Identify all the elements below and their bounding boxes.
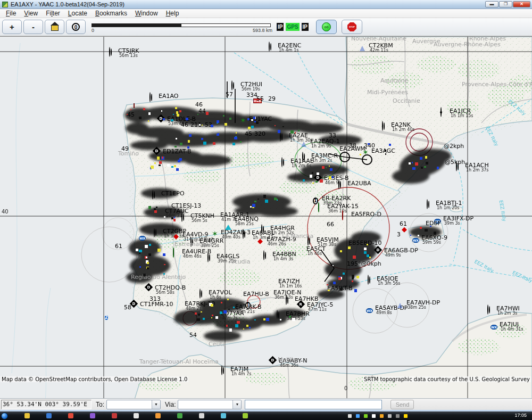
scale-bar[interactable] [92,23,271,27]
close-button[interactable]: ✕ [513,1,530,7]
menu-view[interactable]: View [20,10,41,17]
windows-taskbar[interactable]: 17:05 [0,411,532,420]
station-callsign: ED1ZAT-B [163,148,191,155]
station-symbol-speck [177,114,179,117]
station-symbol-speck [202,125,203,126]
station-symbol-icon [269,42,270,52]
tray-icon[interactable] [404,414,408,418]
tray-icon[interactable] [364,414,368,418]
to-combobox-value[interactable] [107,400,152,409]
tray-icon[interactable] [372,414,376,418]
maximize-button[interactable]: ❐ [499,1,512,7]
station-symbol-speck [266,318,269,321]
station-symbol-speck [211,304,213,307]
zoom-out-button[interactable]: - [23,20,43,34]
menu-bookmarks[interactable]: Bookmarks [92,10,131,17]
map-canvas[interactable]: CT5JRK56m 13sEA2ENC1h 4m 1sCT2KBM42m 11s… [0,36,532,398]
taskbar-app-icon[interactable] [68,413,73,418]
home-button[interactable] [45,20,64,34]
station-symbol-speck [228,309,230,310]
eez-boundary-label: EEZ Italy [507,98,527,116]
station-age: 1h 46s [307,251,322,256]
station-symbol-icon [109,47,110,57]
scale-min-label: 0 [92,28,94,33]
menu-help[interactable]: Help [162,10,183,17]
station-symbol-icon [440,108,442,117]
station-symbol-speck [425,229,427,232]
map-number-label: 54 [189,332,197,339]
zoom-scale-slider[interactable]: 0 593.8 km [92,21,272,34]
station-age: 38m 25s [408,305,426,310]
menu-filter[interactable]: Filter [42,10,64,17]
menu-window[interactable]: Window [131,10,162,17]
station-symbol-speck [263,318,265,320]
station-age: 49m 9s [385,253,401,258]
menu-file[interactable]: File [2,10,20,17]
station-symbol-speck [164,216,165,218]
map-number-label: 313 [149,295,161,302]
station-symbol-speck [164,264,165,266]
map-number-label: @5kph [445,159,465,166]
tray-icon[interactable] [396,414,400,418]
taskbar-app-icon[interactable] [90,413,95,418]
taskbar-app-icon[interactable] [243,413,248,418]
station-symbol-speck [430,226,431,227]
stop-icon: STOP [347,22,356,31]
to-combobox[interactable]: ▼ [106,400,161,409]
tray-icon[interactable] [388,414,392,418]
station-age: 56m 19s [242,87,260,92]
taskbar-app-icon[interactable] [24,413,30,418]
station-symbol-speck [328,290,330,292]
center-zero-button[interactable]: 0 [66,20,86,34]
via-combobox[interactable]: ▼ [178,400,242,409]
taskbar-app-icon[interactable] [112,413,117,418]
station-age: 1h 2m 37s [466,168,488,172]
tray-icon[interactable] [380,414,384,418]
station-symbol-speck [329,166,330,167]
station-symbol-icon [149,93,151,102]
station-symbol-icon: 1 [313,195,318,204]
taskbar-app-icon[interactable] [46,413,52,418]
transmit-stop-button[interactable]: STOP [342,20,362,34]
map-number-label: 61 [400,220,407,227]
dropdown-arrow-icon[interactable]: ▼ [152,400,160,409]
station-symbol-speck [289,316,291,318]
grid-coordinate-label: 0 [344,385,347,391]
tray-icon[interactable] [348,414,352,418]
station-symbol-speck [364,248,367,250]
station-symbol-speck [425,156,428,159]
taskbar-app-icon[interactable] [199,413,204,418]
station-symbol-speck [247,118,250,120]
station-symbol-speck [171,119,173,121]
grid-coordinate-label: 40 [2,209,9,215]
menu-locate[interactable]: Locate [64,10,91,17]
window-titlebar[interactable]: EA1AXY - YAAC 1.0-beta142(04-Sep-2019) ▬… [0,0,532,9]
start-button[interactable] [1,413,8,419]
station-symbol-speck [217,134,219,136]
station-symbol-speck [310,175,312,177]
dropdown-arrow-icon[interactable]: ▼ [232,400,241,409]
zoom-in-button[interactable]: + [2,20,22,34]
taskbar-app-icon[interactable] [177,413,182,418]
station-age: 47m 7s [222,316,238,320]
via-combobox-value[interactable] [178,400,232,409]
send-button[interactable]: Send [390,400,414,409]
taskbar-app-icon[interactable] [155,413,161,418]
taskbar-app-icon[interactable] [221,413,226,418]
station-symbol-icon [277,310,278,320]
station-symbol-speck [240,141,242,143]
station-callsign: CT1ESJ-13 [171,202,201,209]
station-symbol-speck [326,167,327,168]
station-symbol-speck [360,154,361,155]
message-input[interactable] [245,400,382,409]
station-symbol-speck [353,256,356,259]
station-callsign: EB5EBD-10 [348,240,381,246]
minimize-button[interactable]: ▬ [485,1,498,7]
transmit-go-button[interactable]: GO [316,20,337,34]
taskbar-app-icon[interactable] [134,413,139,418]
station-symbol-speck [331,176,334,178]
tray-icon[interactable] [356,414,360,418]
station-symbol-speck [340,250,342,252]
station-age: 36m 10s [328,209,347,213]
station-symbol-speck [157,157,160,159]
